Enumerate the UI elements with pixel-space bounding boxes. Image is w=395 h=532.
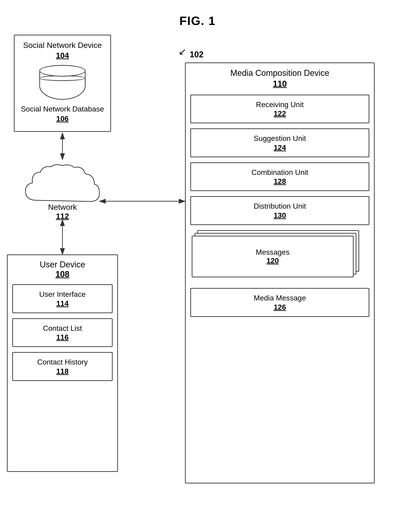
media-message-box: Media Message 126	[190, 288, 369, 317]
combination-unit-box: Combination Unit 128	[190, 162, 369, 191]
media-message-ref: 126	[194, 303, 365, 312]
social-network-device-title: Social Network Device 104	[23, 40, 102, 60]
distribution-unit-ref: 130	[194, 211, 365, 220]
contact-history-box: Contact History 118	[12, 352, 113, 381]
database-cylinder	[39, 65, 86, 102]
messages-ref: 120	[266, 257, 279, 265]
messages-name: Messages	[256, 248, 290, 257]
user-interface-name: User Interface	[16, 290, 109, 299]
network-container: Network 112	[14, 162, 111, 222]
contact-history-ref: 118	[16, 367, 109, 376]
combination-unit-name: Combination Unit	[194, 168, 365, 177]
network-label: Network 112	[48, 203, 77, 221]
combination-unit-ref: 128	[194, 177, 365, 186]
user-interface-box: User Interface 114	[12, 284, 113, 313]
messages-stack: Messages 120	[190, 230, 369, 281]
label-102: 102	[190, 50, 203, 60]
media-message-name: Media Message	[194, 293, 365, 303]
media-composition-device-ref: 110	[273, 79, 287, 89]
distribution-unit-box: Distribution Unit 130	[190, 196, 369, 225]
social-network-device-ref: 104	[56, 51, 69, 60]
suggestion-unit-ref: 124	[194, 143, 365, 152]
contact-list-box: Contact List 116	[12, 318, 113, 347]
social-network-device-box: Social Network Device 104 Social Network…	[14, 35, 111, 132]
user-interface-ref: 114	[16, 299, 109, 308]
media-composition-device-title: Media Composition Device 110	[190, 68, 369, 89]
user-device-ref: 108	[55, 269, 69, 279]
suggestion-unit-box: Suggestion Unit 124	[190, 128, 369, 157]
figure-title: FIG. 1	[0, 0, 395, 28]
social-network-database-label: Social Network Database 106	[21, 104, 104, 124]
contact-history-name: Contact History	[16, 357, 109, 367]
distribution-unit-name: Distribution Unit	[194, 202, 365, 211]
user-device-title: User Device 108	[12, 260, 113, 279]
suggestion-unit-name: Suggestion Unit	[194, 134, 365, 143]
receiving-unit-ref: 122	[194, 110, 365, 118]
receiving-unit-name: Receiving Unit	[194, 100, 365, 110]
user-device-box: User Device 108 User Interface 114 Conta…	[7, 254, 118, 472]
network-ref: 112	[56, 212, 69, 220]
social-network-database-ref: 106	[56, 115, 68, 123]
media-composition-device-box: Media Composition Device 110 Receiving U…	[185, 62, 375, 483]
contact-list-ref: 116	[16, 333, 109, 342]
contact-list-name: Contact List	[16, 324, 109, 333]
receiving-unit-box: Receiving Unit 122	[190, 95, 369, 124]
messages-card-front: Messages 120	[192, 236, 354, 277]
arrow-102-icon: ↙	[179, 46, 187, 57]
